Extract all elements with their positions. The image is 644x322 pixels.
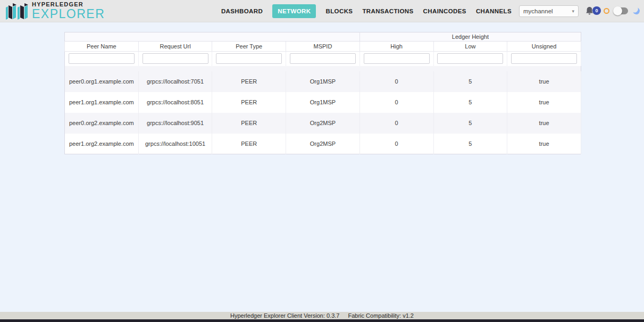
nav-item-transactions[interactable]: TRANSACTIONS [362, 8, 413, 14]
table-row: peer0.org2.example.com grpcs://localhost… [65, 113, 581, 134]
table-spacer-row [65, 66, 581, 71]
cell-low: 5 [433, 92, 507, 113]
table-row: peer1.org1.example.com grpcs://localhost… [65, 92, 581, 113]
channel-select-value: mychannel [523, 8, 553, 14]
table-row: peer0.org1.example.com grpcs://localhost… [65, 71, 581, 92]
logo-text-explorer: EXPLORER [32, 8, 105, 20]
cell-peer-type: PEER [212, 92, 286, 113]
hyperledger-logo-icon [5, 3, 29, 20]
cell-low: 5 [433, 71, 507, 92]
cell-request-url: grpcs://localhost:9051 [138, 113, 212, 134]
column-header-peer-name[interactable]: Peer Name [65, 42, 139, 52]
filter-unsigned-input[interactable] [511, 53, 577, 64]
table-group-header-row: Ledger Height [65, 32, 581, 42]
cell-high: 0 [359, 113, 433, 134]
cell-high: 0 [359, 92, 433, 113]
cell-mspid: Org1MSP [286, 71, 360, 92]
cell-unsigned: true [507, 92, 581, 113]
cell-peer-type: PEER [212, 113, 286, 134]
footer-version-text: Hyperledger Explorer Client Version: 0.3… [230, 312, 339, 319]
nav-item-channels[interactable]: CHANNELS [476, 8, 512, 14]
peers-table: Ledger Height Peer Name Request Url Peer… [64, 32, 581, 154]
filter-peer-type-input[interactable] [216, 53, 282, 64]
cell-request-url: grpcs://localhost:7051 [138, 71, 212, 92]
table-row: peer1.org2.example.com grpcs://localhost… [65, 134, 581, 154]
filter-high-input[interactable] [364, 53, 430, 64]
theme-toggle-knob [613, 6, 622, 15]
cell-high: 0 [359, 71, 433, 92]
column-header-high[interactable]: High [359, 42, 433, 52]
cell-request-url: grpcs://localhost:8051 [138, 92, 212, 113]
table-filter-row [65, 52, 581, 66]
nav-item-chaincodes[interactable]: CHAINCODES [423, 8, 466, 14]
cell-peer-type: PEER [212, 71, 286, 92]
table-header-row: Peer Name Request Url Peer Type MSPID Hi… [65, 42, 581, 52]
cell-peer-name: peer0.org1.example.com [65, 71, 139, 92]
bottom-dark-strip [0, 319, 644, 322]
cell-low: 5 [433, 134, 507, 154]
cell-high: 0 [359, 134, 433, 154]
cell-peer-name: peer0.org2.example.com [65, 113, 139, 134]
filter-request-url-input[interactable] [143, 53, 208, 64]
main-nav: DASHBOARD NETWORK BLOCKS TRANSACTIONS CH… [221, 4, 512, 18]
column-header-peer-type[interactable]: Peer Type [212, 42, 286, 52]
cell-peer-name: peer1.org2.example.com [65, 134, 139, 154]
chevron-down-icon: ▾ [572, 9, 574, 14]
notification-count-badge: 0 [592, 6, 601, 15]
cell-request-url: grpcs://localhost:10051 [138, 134, 212, 154]
theme-toggle[interactable] [615, 7, 628, 14]
column-header-low[interactable]: Low [433, 42, 507, 52]
group-header-ledger-height: Ledger Height [359, 32, 581, 42]
cell-mspid: Org2MSP [286, 113, 360, 134]
filter-low-input[interactable] [437, 53, 503, 64]
column-header-unsigned[interactable]: Unsigned [507, 42, 581, 52]
footer-bar: Hyperledger Explorer Client Version: 0.3… [0, 312, 644, 319]
column-header-request-url[interactable]: Request Url [138, 42, 212, 52]
cell-mspid: Org1MSP [286, 92, 360, 113]
cell-unsigned: true [507, 71, 581, 92]
footer-compat-text: Fabric Compatibility: v1.2 [348, 312, 414, 319]
cell-mspid: Org2MSP [286, 134, 360, 154]
filter-peer-name-input[interactable] [69, 53, 135, 64]
nav-item-network[interactable]: NETWORK [272, 4, 316, 18]
cell-unsigned: true [507, 113, 581, 134]
nav-item-blocks[interactable]: BLOCKS [325, 8, 353, 14]
channel-select[interactable]: mychannel ▾ [519, 5, 579, 17]
cell-unsigned: true [507, 134, 581, 154]
nav-item-dashboard[interactable]: DASHBOARD [221, 8, 263, 14]
group-header-empty [65, 32, 360, 42]
filter-mspid-input[interactable] [290, 53, 356, 64]
cell-peer-type: PEER [212, 134, 286, 154]
cell-peer-name: peer1.org1.example.com [65, 92, 139, 113]
header-icon-group: 0 [585, 5, 640, 18]
sun-icon [604, 8, 609, 14]
notifications-button[interactable]: 0 [585, 5, 599, 18]
cell-low: 5 [433, 113, 507, 134]
top-navigation-bar: HYPERLEDGER EXPLORER DASHBOARD NETWORK B… [0, 0, 644, 22]
network-page: Ledger Height Peer Name Request Url Peer… [0, 22, 644, 313]
app-logo: HYPERLEDGER EXPLORER [5, 2, 105, 20]
moon-icon [632, 7, 641, 15]
column-header-mspid[interactable]: MSPID [286, 42, 360, 52]
